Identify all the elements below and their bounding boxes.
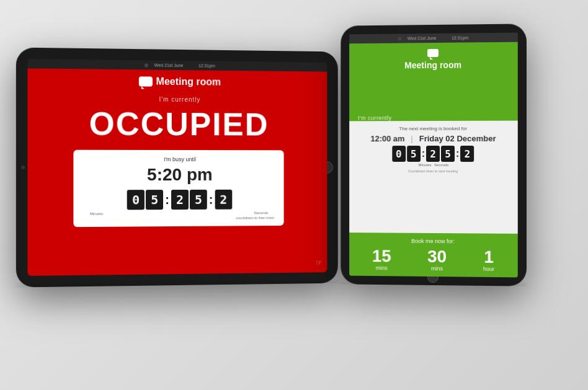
meeting-header-right: Meeting room [358, 47, 509, 113]
occupied-screen: Meeting room I'm currently OCCUPIED I'm … [27, 68, 327, 274]
status-date-left: Wed 21st June [154, 63, 184, 68]
reflection-left [16, 278, 338, 288]
next-meeting-time-row: 12:00 am | Friday 02 December [370, 134, 496, 143]
v-seconds-label: Seconds [434, 163, 448, 167]
next-meeting-box: The next meeting is booked for 12:00 am … [349, 121, 518, 234]
v-countdown-sep2: : [456, 148, 459, 159]
countdown-d0: 0 [127, 190, 145, 210]
status-time-right: 12:31pm [452, 35, 468, 40]
v-countdown-d4: 2 [460, 146, 474, 162]
countdown-sep2: : [208, 192, 214, 206]
scene: Wed 21st June 12:31pm Meeting room I'm c… [0, 0, 588, 390]
book-option-30mins[interactable]: 30 mins [427, 248, 447, 272]
countdown-row-left: 0 5 : 2 5 : 2 [84, 190, 274, 210]
countdown-d1: 5 [146, 190, 163, 210]
ipad-right-screen: Wed 21st June 12:31pm Meeting room I'm c… [349, 33, 518, 278]
camera-icon-right [398, 37, 401, 40]
v-countdown-sep1: : [422, 148, 425, 159]
vacant-countdown-labels: Minutes Seconds [418, 163, 448, 167]
book-option-1h-unit: hour [483, 266, 494, 272]
v-countdown-d1: 5 [407, 146, 421, 162]
book-option-15-unit: mins [376, 265, 388, 271]
book-option-30-num: 30 [427, 248, 447, 265]
book-option-1hour[interactable]: 1 hour [483, 249, 494, 272]
countdown-sep1: : [164, 193, 170, 207]
vacant-screen: Wed 21st June 12:31pm Meeting room I'm c… [349, 33, 518, 278]
countdown-note-left: countdown to free room [84, 216, 274, 221]
minutes-label-left: Minutes [90, 212, 103, 216]
meeting-title-right: Meeting room [404, 60, 461, 71]
busy-until-box: I'm busy until 5:20 pm 0 5 : 2 5 : 2 [73, 150, 283, 227]
seconds-label-left: Seconds [254, 211, 268, 215]
occupied-status: OCCUPIED [89, 105, 269, 143]
v-countdown-d2: 2 [426, 146, 440, 162]
camera-notch-left [21, 166, 25, 169]
reflection-right [341, 278, 527, 286]
camera-icon-left [145, 63, 148, 67]
v-countdown-d0: 0 [392, 146, 406, 162]
ipad-left-screen: Wed 21st June 12:31pm Meeting room I'm c… [27, 59, 327, 276]
chat-icon-left [138, 76, 152, 86]
next-meeting-label: The next meeting is booked for [399, 126, 467, 131]
next-meeting-sep: | [411, 134, 412, 143]
v-countdown-note: Countdown timer to next meeting [408, 169, 458, 173]
book-option-30-unit: mins [431, 265, 443, 272]
v-minutes-label: Minutes [418, 163, 432, 167]
vacant-countdown-row: 0 5 : 2 5 : 2 [392, 146, 474, 162]
ipad-right: Wed 21st June 12:31pm Meeting room I'm c… [341, 24, 527, 286]
chat-icon-right [427, 49, 439, 57]
book-now-section: Book me now for: 15 mins 30 mins 1 hour [349, 233, 518, 277]
book-now-label: Book me now for: [355, 237, 512, 245]
book-options: 15 mins 30 mins 1 hour [355, 247, 512, 272]
meeting-header-left: Meeting room [138, 69, 221, 91]
next-meeting-time: 12:00 am [370, 134, 404, 143]
ipad-left: Wed 21st June 12:31pm Meeting room I'm c… [16, 47, 338, 287]
book-option-15-num: 15 [372, 247, 391, 265]
countdown-d3: 5 [190, 190, 207, 210]
status-date-right: Wed 21st June [408, 36, 436, 40]
im-currently-left: I'm currently [159, 96, 200, 104]
countdown-d2: 2 [171, 190, 189, 210]
vacant-top: Meeting room I'm currently VACANT [349, 42, 518, 122]
next-meeting-date: Friday 02 December [419, 134, 496, 143]
busy-until-time: 5:20 pm [84, 165, 274, 185]
countdown-d4: 2 [215, 190, 232, 210]
status-time-left: 12:31pm [198, 63, 215, 68]
book-option-15mins[interactable]: 15 mins [372, 247, 391, 271]
v-countdown-d3: 5 [441, 146, 455, 162]
book-option-1h-num: 1 [484, 249, 494, 266]
busy-until-label: I'm busy until [84, 156, 274, 162]
meeting-title-left: Meeting room [156, 76, 221, 88]
cursor-left: ☞ [316, 259, 323, 267]
